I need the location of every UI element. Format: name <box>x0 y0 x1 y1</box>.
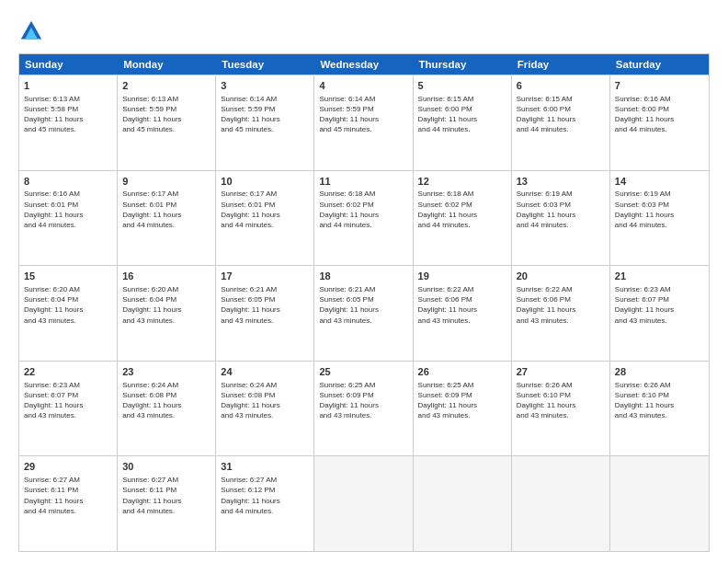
cal-cell-empty <box>314 456 413 551</box>
day-info: Sunrise: 6:27 AM Sunset: 6:12 PM Dayligh… <box>221 475 309 516</box>
cal-cell-day-11: 11Sunrise: 6:18 AM Sunset: 6:02 PM Dayli… <box>314 171 413 266</box>
calendar-header: SundayMondayTuesdayWednesdayThursdayFrid… <box>19 54 709 75</box>
cal-cell-day-13: 13Sunrise: 6:19 AM Sunset: 6:03 PM Dayli… <box>512 171 610 266</box>
day-number: 6 <box>517 79 605 93</box>
cal-cell-day-24: 24Sunrise: 6:24 AM Sunset: 6:08 PM Dayli… <box>216 362 314 456</box>
cal-cell-empty <box>512 456 610 551</box>
header-day-wednesday: Wednesday <box>314 54 413 75</box>
cal-cell-day-16: 16Sunrise: 6:20 AM Sunset: 6:04 PM Dayli… <box>118 266 216 361</box>
day-number: 25 <box>319 365 407 379</box>
cal-cell-day-6: 6Sunrise: 6:15 AM Sunset: 6:00 PM Daylig… <box>512 75 610 170</box>
header-day-thursday: Thursday <box>414 54 512 75</box>
day-info: Sunrise: 6:14 AM Sunset: 5:59 PM Dayligh… <box>221 94 309 135</box>
cal-cell-empty <box>414 456 512 551</box>
header-day-tuesday: Tuesday <box>216 54 314 75</box>
cal-cell-day-3: 3Sunrise: 6:14 AM Sunset: 5:59 PM Daylig… <box>216 75 314 170</box>
cal-cell-day-31: 31Sunrise: 6:27 AM Sunset: 6:12 PM Dayli… <box>216 456 314 551</box>
calendar-row-5: 29Sunrise: 6:27 AM Sunset: 6:11 PM Dayli… <box>19 455 709 551</box>
cal-cell-day-1: 1Sunrise: 6:13 AM Sunset: 5:58 PM Daylig… <box>19 75 118 170</box>
calendar-body: 1Sunrise: 6:13 AM Sunset: 5:58 PM Daylig… <box>19 75 709 551</box>
day-info: Sunrise: 6:21 AM Sunset: 6:05 PM Dayligh… <box>221 284 309 326</box>
cal-cell-day-19: 19Sunrise: 6:22 AM Sunset: 6:06 PM Dayli… <box>414 266 512 361</box>
cal-cell-day-21: 21Sunrise: 6:23 AM Sunset: 6:07 PM Dayli… <box>610 266 709 361</box>
day-info: Sunrise: 6:27 AM Sunset: 6:11 PM Dayligh… <box>24 475 112 516</box>
day-number: 2 <box>122 79 210 93</box>
day-info: Sunrise: 6:16 AM Sunset: 6:01 PM Dayligh… <box>24 189 112 230</box>
day-info: Sunrise: 6:16 AM Sunset: 6:00 PM Dayligh… <box>615 94 704 135</box>
cal-cell-day-14: 14Sunrise: 6:19 AM Sunset: 6:03 PM Dayli… <box>610 171 709 266</box>
header <box>18 15 710 44</box>
calendar-row-3: 15Sunrise: 6:20 AM Sunset: 6:04 PM Dayli… <box>19 265 709 361</box>
day-number: 30 <box>122 460 210 474</box>
day-info: Sunrise: 6:22 AM Sunset: 6:06 PM Dayligh… <box>517 284 605 326</box>
day-info: Sunrise: 6:18 AM Sunset: 6:02 PM Dayligh… <box>418 189 506 230</box>
cal-cell-empty <box>610 456 709 551</box>
day-info: Sunrise: 6:13 AM Sunset: 5:58 PM Dayligh… <box>24 94 112 135</box>
cal-cell-day-25: 25Sunrise: 6:25 AM Sunset: 6:09 PM Dayli… <box>314 362 413 456</box>
day-number: 23 <box>122 365 210 379</box>
day-info: Sunrise: 6:26 AM Sunset: 6:10 PM Dayligh… <box>517 380 605 421</box>
day-info: Sunrise: 6:24 AM Sunset: 6:08 PM Dayligh… <box>221 380 309 421</box>
day-info: Sunrise: 6:23 AM Sunset: 6:07 PM Dayligh… <box>24 380 112 421</box>
day-info: Sunrise: 6:20 AM Sunset: 6:04 PM Dayligh… <box>122 284 210 326</box>
cal-cell-day-28: 28Sunrise: 6:26 AM Sunset: 6:10 PM Dayli… <box>610 362 709 456</box>
logo-icon <box>18 18 44 44</box>
day-number: 5 <box>418 79 506 93</box>
day-number: 21 <box>615 270 704 283</box>
day-number: 4 <box>319 79 407 93</box>
day-number: 3 <box>221 79 309 93</box>
day-number: 24 <box>221 365 309 379</box>
cal-cell-day-12: 12Sunrise: 6:18 AM Sunset: 6:02 PM Dayli… <box>414 171 512 266</box>
day-number: 15 <box>24 270 112 283</box>
cal-cell-day-15: 15Sunrise: 6:20 AM Sunset: 6:04 PM Dayli… <box>19 266 118 361</box>
day-number: 31 <box>221 460 309 474</box>
cal-cell-day-17: 17Sunrise: 6:21 AM Sunset: 6:05 PM Dayli… <box>216 266 314 361</box>
day-number: 26 <box>418 365 506 379</box>
cal-cell-day-8: 8Sunrise: 6:16 AM Sunset: 6:01 PM Daylig… <box>19 171 118 266</box>
day-info: Sunrise: 6:13 AM Sunset: 5:59 PM Dayligh… <box>122 94 210 135</box>
header-day-friday: Friday <box>512 54 610 75</box>
day-info: Sunrise: 6:27 AM Sunset: 6:11 PM Dayligh… <box>122 475 210 516</box>
cal-cell-day-2: 2Sunrise: 6:13 AM Sunset: 5:59 PM Daylig… <box>118 75 216 170</box>
day-info: Sunrise: 6:15 AM Sunset: 6:00 PM Dayligh… <box>418 94 506 135</box>
cal-cell-day-30: 30Sunrise: 6:27 AM Sunset: 6:11 PM Dayli… <box>118 456 216 551</box>
logo <box>18 18 46 44</box>
cal-cell-day-22: 22Sunrise: 6:23 AM Sunset: 6:07 PM Dayli… <box>19 362 118 456</box>
day-info: Sunrise: 6:15 AM Sunset: 6:00 PM Dayligh… <box>517 94 605 135</box>
day-number: 18 <box>319 270 407 283</box>
day-number: 7 <box>615 79 704 93</box>
cal-cell-day-4: 4Sunrise: 6:14 AM Sunset: 5:59 PM Daylig… <box>314 75 413 170</box>
day-info: Sunrise: 6:25 AM Sunset: 6:09 PM Dayligh… <box>418 380 506 421</box>
day-info: Sunrise: 6:24 AM Sunset: 6:08 PM Dayligh… <box>122 380 210 421</box>
day-info: Sunrise: 6:14 AM Sunset: 5:59 PM Dayligh… <box>319 94 407 135</box>
calendar: SundayMondayTuesdayWednesdayThursdayFrid… <box>18 53 710 552</box>
day-number: 19 <box>418 270 506 283</box>
calendar-row-4: 22Sunrise: 6:23 AM Sunset: 6:07 PM Dayli… <box>19 361 709 456</box>
day-info: Sunrise: 6:19 AM Sunset: 6:03 PM Dayligh… <box>517 189 605 230</box>
day-number: 14 <box>615 175 704 189</box>
cal-cell-day-23: 23Sunrise: 6:24 AM Sunset: 6:08 PM Dayli… <box>118 362 216 456</box>
cal-cell-day-9: 9Sunrise: 6:17 AM Sunset: 6:01 PM Daylig… <box>118 171 216 266</box>
day-number: 10 <box>221 175 309 189</box>
day-number: 17 <box>221 270 309 283</box>
cal-cell-day-5: 5Sunrise: 6:15 AM Sunset: 6:00 PM Daylig… <box>414 75 512 170</box>
day-number: 9 <box>122 175 210 189</box>
day-number: 13 <box>517 175 605 189</box>
header-day-sunday: Sunday <box>19 54 118 75</box>
calendar-row-2: 8Sunrise: 6:16 AM Sunset: 6:01 PM Daylig… <box>19 170 709 266</box>
day-number: 20 <box>517 270 605 283</box>
day-number: 1 <box>24 79 112 93</box>
day-info: Sunrise: 6:20 AM Sunset: 6:04 PM Dayligh… <box>24 284 112 326</box>
day-number: 22 <box>24 365 112 379</box>
cal-cell-day-20: 20Sunrise: 6:22 AM Sunset: 6:06 PM Dayli… <box>512 266 610 361</box>
day-info: Sunrise: 6:25 AM Sunset: 6:09 PM Dayligh… <box>319 380 407 421</box>
day-info: Sunrise: 6:21 AM Sunset: 6:05 PM Dayligh… <box>319 284 407 326</box>
day-number: 29 <box>24 460 112 474</box>
day-info: Sunrise: 6:23 AM Sunset: 6:07 PM Dayligh… <box>615 284 704 326</box>
day-info: Sunrise: 6:22 AM Sunset: 6:06 PM Dayligh… <box>418 284 506 326</box>
cal-cell-day-18: 18Sunrise: 6:21 AM Sunset: 6:05 PM Dayli… <box>314 266 413 361</box>
day-info: Sunrise: 6:19 AM Sunset: 6:03 PM Dayligh… <box>615 189 704 230</box>
cal-cell-day-29: 29Sunrise: 6:27 AM Sunset: 6:11 PM Dayli… <box>19 456 118 551</box>
cal-cell-day-27: 27Sunrise: 6:26 AM Sunset: 6:10 PM Dayli… <box>512 362 610 456</box>
day-info: Sunrise: 6:17 AM Sunset: 6:01 PM Dayligh… <box>221 189 309 230</box>
